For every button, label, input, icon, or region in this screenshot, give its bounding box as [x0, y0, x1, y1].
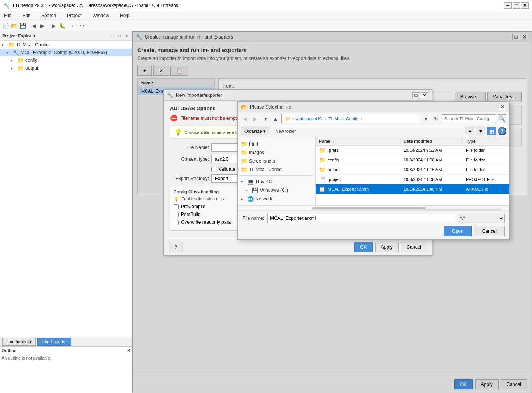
tree-screenshots[interactable]: 📁 Screenshots — [239, 157, 314, 165]
new-importer-icon: 🔧 — [167, 92, 174, 98]
file-row-config[interactable]: 📁 config 10/8/2024 11:08 AM File folder — [316, 155, 509, 165]
organize-label: Organize — [244, 129, 262, 133]
file-search-btn[interactable]: 🔍 — [498, 114, 506, 123]
horizontal-scrollbar[interactable] — [238, 205, 509, 210]
tree-windows-c[interactable]: ▸ 💾 Windows (C:) — [239, 186, 314, 195]
col-type-header[interactable]: Type — [463, 137, 509, 145]
file-name-footer-input[interactable] — [267, 214, 455, 223]
tree-network[interactable]: ▸ 🌐 Network — [239, 195, 314, 203]
col-name-header[interactable]: Name ▲ — [316, 137, 400, 145]
new-importer-close-btn[interactable]: ✕ — [421, 92, 428, 98]
new-importer-footer: ? OK Apply Cancel — [164, 239, 432, 255]
breadcrumb-ti-mcal[interactable]: TI_Mcal_Config — [328, 116, 358, 121]
new-importer-cancel-btn[interactable]: Cancel — [401, 242, 427, 252]
file-row-prefs[interactable]: 📁 .prefs 10/14/2024 9:52 AM File folder — [316, 146, 509, 155]
tree-item-output[interactable]: ▸ 📁 output — [0, 64, 132, 72]
menu-project[interactable]: Project — [65, 12, 84, 19]
file-type-output: File folder — [463, 165, 509, 174]
col-modified-header[interactable]: Date modified — [400, 137, 463, 145]
nav-up-btn[interactable]: ▲ — [271, 114, 280, 123]
view-dropdown-btn[interactable]: ▾ — [476, 127, 485, 135]
sidebar-minimize-btn[interactable]: ─ — [109, 33, 116, 39]
menu-help[interactable]: Help — [118, 12, 132, 19]
tree-item-config[interactable]: ▸ 📁 config — [0, 56, 132, 64]
file-picker-dialog: 📂 Please Select a File ✕ ◀ ▶ ▾ ▲ 📁 « wor… — [237, 101, 510, 240]
toolbar-run-btn[interactable]: ▶ — [50, 22, 58, 30]
file-name-output: output — [328, 167, 340, 172]
config-info-text: Enables limitation to pa — [181, 196, 226, 201]
toolbar-open-btn[interactable]: 📂 — [10, 22, 18, 30]
new-importer-ok-btn[interactable]: OK — [354, 242, 372, 252]
tree-arrow-mcal-example: ▾ — [6, 51, 11, 55]
file-row-output[interactable]: 📁 output 10/8/2024 11:16 AM File folder — [316, 165, 509, 175]
file-modified-project: 10/8/2024 11:08 AM — [400, 175, 463, 184]
view-list-btn[interactable]: ≡ — [465, 127, 474, 135]
bottom-tabs: Run Importer Run Exporter — [0, 337, 132, 346]
menu-file[interactable]: File — [2, 12, 14, 19]
breadcrumb-arrow-2: › — [361, 116, 362, 121]
sidebar-close-btn[interactable]: ✕ — [123, 33, 130, 39]
postbuild-checkbox[interactable] — [174, 212, 179, 217]
menu-search[interactable]: Search — [39, 12, 58, 19]
toolbar-forward-btn[interactable]: ▶ — [39, 22, 46, 30]
file-list-header: Name ▲ Date modified Type — [316, 137, 509, 146]
nav-down-btn[interactable]: ▾ — [261, 114, 270, 123]
file-row-project[interactable]: 📄 .project 10/8/2024 11:08 AM PROJECT Fi… — [316, 175, 509, 184]
tree-images[interactable]: 📁 images — [239, 148, 314, 157]
file-picker-icon: 📂 — [241, 104, 248, 110]
tree-ti-mcal[interactable]: 📁 TI_Mcal_Config — [239, 165, 314, 174]
new-importer-help-btn[interactable]: ? — [169, 242, 183, 252]
view-details-btn[interactable]: ▦ — [487, 127, 496, 135]
file-open-btn[interactable]: Open — [444, 226, 471, 236]
new-importer-titlebar: 🔧 New importer/exporter □ ✕ — [164, 90, 432, 101]
file-name-footer-label: File name: — [242, 216, 264, 221]
tree-item-ti-mcal[interactable]: ▾ 📁 TI_Mcal_Config — [0, 41, 132, 49]
tab-run-importer[interactable]: Run Importer — [2, 338, 36, 346]
breadcrumb-workspace[interactable]: workspaceUG — [295, 116, 322, 121]
toolbar-new-btn[interactable]: 📄 — [2, 22, 9, 30]
menu-window[interactable]: Window — [90, 12, 111, 19]
toolbar-undo-btn[interactable]: ↩ — [70, 22, 77, 30]
toolbar-redo-btn[interactable]: ↪ — [78, 22, 86, 30]
tree-this-pc[interactable]: ▾ 💻 This PC — [239, 177, 314, 186]
toolbar-sep-3 — [68, 23, 68, 29]
overwrite-checkbox[interactable] — [174, 220, 179, 225]
tab-run-exporter[interactable]: Run Exporter — [37, 338, 71, 346]
toolbar-debug-btn[interactable]: 🐛 — [58, 22, 66, 30]
minimize-btn[interactable]: ─ — [504, 2, 512, 9]
nav-refresh-btn[interactable]: ↻ — [432, 114, 440, 123]
tree-label-config: config — [25, 58, 38, 63]
validate-checkbox[interactable] — [211, 167, 216, 172]
file-type-select[interactable]: *.* — [458, 214, 505, 223]
file-picker-close-btn[interactable]: ✕ — [499, 104, 506, 110]
close-btn[interactable]: ✕ — [521, 2, 529, 9]
help-btn[interactable]: ? — [498, 127, 506, 135]
tree-label-ti-mcal: TI_Mcal_Config — [16, 42, 49, 47]
file-picker-title: Please Select a File — [250, 104, 291, 110]
menu-edit[interactable]: Edit — [20, 12, 33, 19]
nav-back-btn[interactable]: ◀ — [241, 114, 249, 123]
file-search-input[interactable] — [442, 114, 496, 123]
new-importer-maximize-btn[interactable]: □ — [412, 92, 420, 98]
tree-arrow-ti-mcal: ▾ — [2, 43, 6, 47]
maximize-btn[interactable]: □ — [513, 2, 520, 9]
toolbar-back-btn[interactable]: ◀ — [30, 22, 38, 30]
nav-dropdown-btn[interactable]: ▾ — [421, 114, 430, 123]
scrollbar-thumb — [312, 207, 426, 209]
toolbar-save-btn[interactable]: 💾 — [19, 22, 26, 30]
organize-btn[interactable]: Organize ▾ — [241, 127, 269, 135]
file-cancel-btn[interactable]: Cancel — [474, 226, 505, 236]
sidebar-maximize-btn[interactable]: □ — [116, 33, 123, 39]
file-row-mcal-arxml[interactable]: 📋 MCAL_Exporter.arxml 10/14/2024 2:48 PM… — [316, 184, 509, 194]
new-importer-apply-btn[interactable]: Apply — [375, 242, 399, 252]
precompile-checkbox[interactable] — [174, 204, 179, 209]
tree-html[interactable]: 📁 html — [239, 140, 314, 148]
tree-item-mcal-example[interactable]: ▾ 🔧 Mcal_Example_Config (C2000, F29H85x) — [0, 49, 132, 56]
file-modified-output: 10/8/2024 11:16 AM — [400, 165, 463, 174]
outline-close: ✕ — [127, 348, 130, 353]
new-folder-btn[interactable]: New folder — [272, 127, 299, 135]
nav-forward-btn[interactable]: ▶ — [251, 114, 260, 123]
nav-sep-0: « — [292, 116, 294, 121]
file-picker-body: 📁 html 📁 images 📁 Screenshots 📁 TI_Mcal_… — [238, 137, 509, 205]
info-icon: 💡 — [174, 128, 182, 136]
